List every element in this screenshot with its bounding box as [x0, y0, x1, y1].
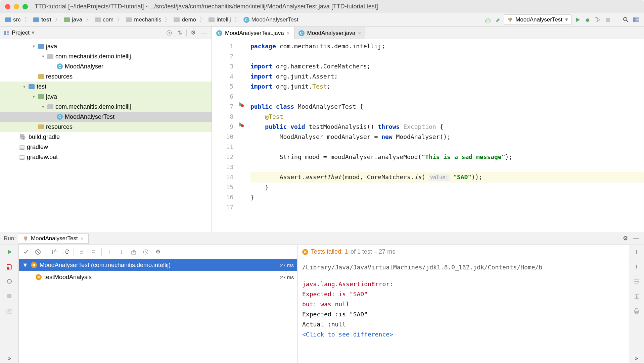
breadcrumb-item[interactable]: java: [62, 16, 84, 24]
export-icon[interactable]: [129, 248, 138, 256]
minimize-window-icon[interactable]: [14, 4, 19, 9]
breadcrumb-label: java: [72, 16, 82, 23]
scroll-to-end-icon[interactable]: [632, 292, 641, 301]
up-arrow-icon[interactable]: ↑: [632, 248, 641, 256]
editor-tab[interactable]: CMoodAnalyserTest.java×: [212, 27, 294, 39]
tree-row[interactable]: ▼java: [0, 41, 212, 51]
more-icon[interactable]: »: [632, 354, 641, 363]
close-icon[interactable]: ×: [358, 30, 361, 36]
gear-icon[interactable]: ⚙: [153, 248, 162, 256]
expand-collapse-icon[interactable]: ⇅: [176, 29, 184, 37]
test-shield-icon: [23, 236, 28, 241]
window-controls: [5, 4, 28, 9]
locate-icon[interactable]: [165, 29, 174, 37]
close-icon[interactable]: ×: [81, 236, 84, 241]
show-passed-icon[interactable]: [21, 248, 30, 256]
gear-icon[interactable]: ⚙: [189, 29, 197, 37]
svg-rect-12: [7, 31, 9, 33]
editor-body[interactable]: 1234567891011121314151617 package com.me…: [212, 39, 644, 232]
breadcrumb-label: demo: [182, 16, 196, 23]
chevron-right-icon: 〉: [86, 16, 91, 23]
prev-failed-icon[interactable]: ↑: [105, 248, 114, 256]
breadcrumb-item[interactable]: test: [32, 16, 53, 24]
down-arrow-icon[interactable]: ↓: [632, 262, 641, 271]
chevron-down-icon[interactable]: ▾: [32, 29, 35, 36]
history-icon[interactable]: [141, 248, 150, 256]
breadcrumb-item[interactable]: com: [93, 16, 115, 24]
soft-wrap-icon[interactable]: [632, 277, 641, 286]
run-tab[interactable]: MoodAnalyserTest ×: [18, 234, 89, 244]
tree-row[interactable]: ▼java: [0, 92, 212, 102]
breadcrumb-item[interactable]: intellij: [207, 16, 232, 24]
project-title: Project: [12, 30, 30, 36]
code-content[interactable]: package com.mechanitis.demo.intellij; im…: [247, 39, 644, 232]
tests-failed-text: Tests failed: 1: [311, 248, 348, 255]
diff-link[interactable]: <Click to see difference>: [302, 329, 624, 340]
project-tree[interactable]: ▼java▼com.mechanitis.demo.intellijCMoodA…: [0, 39, 212, 232]
refresh-icon[interactable]: [5, 277, 14, 286]
hide-panel-icon[interactable]: —: [199, 29, 208, 37]
test-status-bar: ✕ Tests failed: 1 of 1 test – 27 ms: [297, 245, 629, 259]
tree-row[interactable]: ▼test: [0, 82, 212, 92]
navigation-bar: src〉test〉java〉com〉mechanitis〉demo〉intell…: [0, 13, 644, 27]
breadcrumb-item[interactable]: mechanitis: [125, 16, 163, 24]
run-config-dropdown[interactable]: MoodAnalyserTest ▾: [504, 14, 572, 25]
tree-row[interactable]: CMoodAnalyserTest: [0, 112, 212, 122]
close-window-icon[interactable]: [5, 4, 10, 9]
run-gutter-icon[interactable]: [238, 122, 244, 127]
next-failed-icon[interactable]: ↓: [117, 248, 126, 256]
java-class-icon: C: [57, 63, 63, 69]
gear-icon[interactable]: ⚙: [621, 234, 630, 243]
output-line: java.lang.AssertionError:: [302, 279, 624, 289]
close-icon[interactable]: ×: [287, 30, 290, 36]
tree-label: com.mechanitis.demo.intellij: [55, 53, 131, 60]
svg-point-20: [241, 104, 244, 107]
tree-arrow-icon: ▼: [22, 85, 27, 89]
test-output[interactable]: /Library/Java/JavaVirtualMachines/jdk1.8…: [297, 259, 629, 363]
run-button[interactable]: [573, 15, 582, 24]
hide-panel-icon[interactable]: —: [632, 234, 640, 243]
stop-icon[interactable]: [5, 292, 14, 301]
expand-all-icon[interactable]: [77, 248, 86, 256]
tree-row[interactable]: ▼com.mechanitis.demo.intellij: [0, 102, 212, 112]
folder-icon: [209, 17, 215, 22]
search-icon[interactable]: [622, 15, 630, 24]
stop-button[interactable]: [603, 15, 612, 24]
project-structure-icon[interactable]: [632, 15, 640, 24]
test-row[interactable]: ▼✕MoodAnalyserTest (com.mechanitis.demo.…: [19, 259, 297, 271]
camera-icon[interactable]: [5, 307, 14, 315]
tree-row[interactable]: resources: [0, 122, 212, 132]
tree-arrow-icon: ▼: [22, 262, 28, 269]
java-class-icon: C: [57, 114, 63, 120]
tree-row[interactable]: ▼com.mechanitis.demo.intellij: [0, 51, 212, 61]
tree-row[interactable]: ▤gradlew: [0, 142, 212, 152]
build-icon[interactable]: [484, 15, 492, 24]
rerun-button[interactable]: [5, 248, 14, 256]
sort-az-icon[interactable]: ↓ᴬ: [49, 248, 58, 256]
tree-row[interactable]: CMoodAnalyser: [0, 61, 212, 71]
run-gutter-icon[interactable]: [238, 102, 244, 107]
debug-button[interactable]: [583, 15, 592, 24]
sort-time-icon[interactable]: ↓⏱: [61, 248, 70, 256]
collapse-all-icon[interactable]: [89, 248, 98, 256]
hammer-icon[interactable]: [494, 15, 502, 24]
svg-rect-23: [7, 294, 11, 298]
breadcrumb-item[interactable]: CMoodAnalyserTest: [242, 16, 300, 24]
editor-tab[interactable]: CMoodAnalyser.java×: [294, 27, 365, 39]
toggle-auto-test-icon[interactable]: [5, 262, 14, 271]
more-icon[interactable]: »: [5, 354, 14, 363]
tree-row[interactable]: ▤gradlew.bat: [0, 152, 212, 162]
folder-icon: [64, 17, 70, 22]
tree-row[interactable]: 🐘build.gradle: [0, 132, 212, 142]
tree-row[interactable]: resources: [0, 71, 212, 82]
test-row[interactable]: ✕testMoodAnalysis27 ms: [19, 271, 297, 283]
coverage-button[interactable]: [593, 15, 602, 24]
output-line: Expected :is "SAD": [302, 309, 624, 319]
chevron-down-icon: ▾: [565, 16, 568, 23]
breadcrumb-item[interactable]: src: [4, 16, 22, 24]
test-tree[interactable]: ▼✕MoodAnalyserTest (com.mechanitis.demo.…: [19, 259, 297, 363]
print-icon[interactable]: [632, 307, 641, 315]
breadcrumb-item[interactable]: demo: [172, 16, 197, 24]
maximize-window-icon[interactable]: [22, 4, 28, 9]
show-ignored-icon[interactable]: [34, 248, 42, 256]
